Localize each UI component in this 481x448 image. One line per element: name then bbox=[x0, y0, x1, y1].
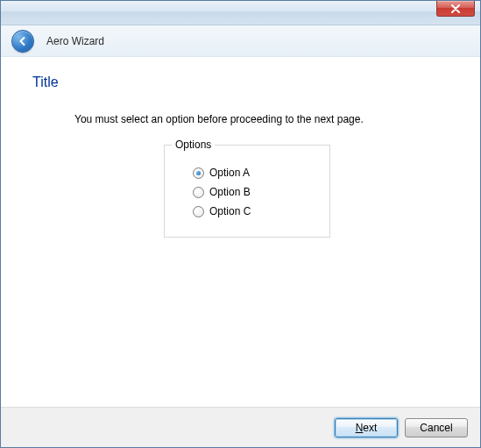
radio-icon bbox=[193, 187, 204, 198]
page-title: Title bbox=[32, 75, 449, 90]
wizard-footer: Next Cancel bbox=[1, 407, 480, 447]
option-label: Option A bbox=[209, 167, 250, 179]
back-button[interactable] bbox=[11, 30, 34, 53]
wizard-window: Aero Wizard Title You must select an opt… bbox=[0, 0, 481, 448]
option-label: Option B bbox=[209, 186, 251, 198]
wizard-content: Title You must select an option before p… bbox=[1, 57, 480, 407]
titlebar bbox=[1, 1, 480, 25]
options-group: Options Option A Option B Option C bbox=[164, 145, 330, 238]
wizard-name: Aero Wizard bbox=[46, 35, 104, 47]
option-b[interactable]: Option B bbox=[193, 186, 317, 198]
radio-icon bbox=[193, 206, 204, 217]
option-c[interactable]: Option C bbox=[193, 205, 317, 217]
radio-icon bbox=[193, 167, 204, 179]
close-button[interactable] bbox=[436, 1, 475, 17]
close-icon bbox=[450, 4, 461, 13]
wizard-header: Aero Wizard bbox=[1, 25, 480, 57]
instruction-text: You must select an option before proceed… bbox=[74, 113, 449, 125]
option-label: Option C bbox=[209, 205, 251, 217]
arrow-left-icon bbox=[17, 35, 29, 47]
options-legend: Options bbox=[172, 139, 215, 151]
next-button[interactable]: Next bbox=[335, 418, 398, 437]
cancel-button[interactable]: Cancel bbox=[405, 418, 468, 437]
option-a[interactable]: Option A bbox=[193, 167, 317, 179]
